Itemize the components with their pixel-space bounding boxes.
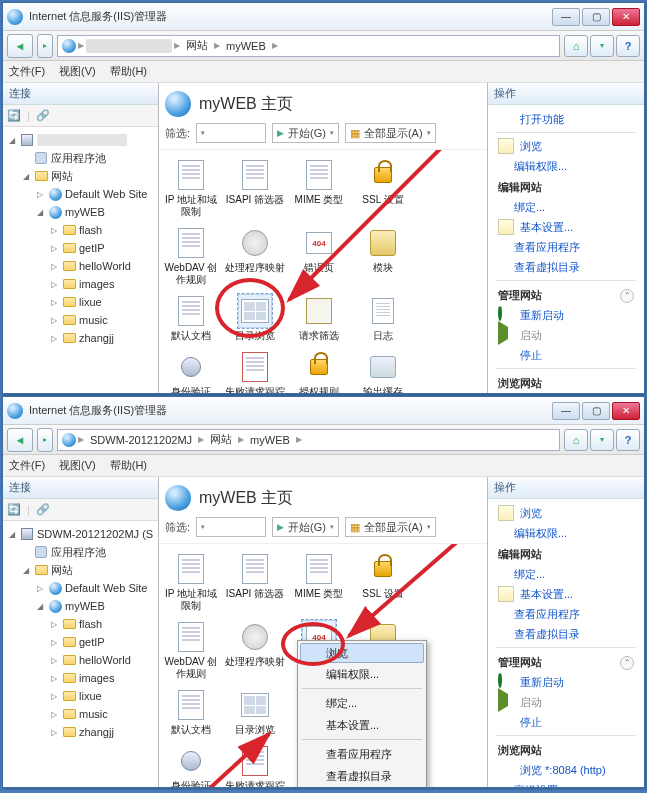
feature-failed-req[interactable]: 失败请求跟踪规则 [225,744,285,787]
context-menu[interactable]: 浏览 编辑权限... 绑定... 基本设置... 查看应用程序 查看虚拟目录 管… [297,640,427,787]
tree-default-site[interactable]: Default Web Site [65,188,147,200]
maximize-button[interactable]: ▢ [582,402,610,420]
maximize-button[interactable]: ▢ [582,8,610,26]
start-combo[interactable]: ▶开始(G)▾ [272,123,339,143]
tree-folder[interactable]: lixue [79,296,102,308]
feature-auth[interactable]: 身份验证 [161,350,221,393]
tree-folder[interactable]: images [79,672,114,684]
menu-view[interactable]: 视图(V) [59,64,96,79]
action-bind[interactable]: 绑定... [492,564,640,584]
action-view-apps[interactable]: 查看应用程序 [492,237,640,257]
action-basic-set[interactable]: 基本设置... [492,217,640,237]
crumb-sites[interactable]: 网站 [182,38,212,53]
ctx-bind[interactable]: 绑定... [300,692,424,714]
crumb-site[interactable]: myWEB [222,40,270,52]
action-adv-set[interactable]: 高级设置... [492,780,640,787]
action-open-feature[interactable]: 打开功能 [492,109,640,129]
tree-root[interactable] [37,134,127,146]
tree-folder[interactable]: getIP [79,636,105,648]
showall-combo[interactable]: ▦全部显示(A)▾ [345,517,436,537]
tree-folder[interactable]: zhangjj [79,332,114,344]
titlebar[interactable]: Internet 信息服务(IIS)管理器 — ▢ ✕ [3,3,644,31]
feature-auth[interactable]: 身份验证 [161,744,221,787]
feature-ssl[interactable]: SSL 设置 [353,158,413,218]
feature-isapi[interactable]: ISAPI 筛选器 [225,158,285,218]
feature-handlers[interactable]: 处理程序映射 [225,226,285,286]
feature-ip-restrict[interactable]: IP 地址和域限制 [161,158,221,218]
close-button[interactable]: ✕ [612,402,640,420]
tree-folder[interactable]: images [79,278,114,290]
breadcrumb[interactable]: ▶ SDWM-20121202MJ ▶ 网站 ▶ myWEB ▶ [57,429,560,451]
tree-sites[interactable]: 网站 [51,169,73,184]
feature-ssl[interactable]: SSL 设置 [353,552,413,612]
tree-app-pool[interactable]: 应用程序池 [51,545,106,560]
ctx-edit-perm[interactable]: 编辑权限... [300,663,424,685]
action-edit-perm[interactable]: 编辑权限... [492,523,640,543]
menu-view[interactable]: 视图(V) [59,458,96,473]
action-view-vdir[interactable]: 查看虚拟目录 [492,257,640,277]
close-button[interactable]: ✕ [612,8,640,26]
tree-folder[interactable]: zhangjj [79,726,114,738]
crumb-server[interactable] [86,39,172,53]
refresh-icon[interactable]: 🔄 [7,109,21,122]
titlebar[interactable]: Internet 信息服务(IIS)管理器 — ▢ ✕ [3,397,644,425]
action-basic-set[interactable]: 基本设置... [492,584,640,604]
tree-app-pool[interactable]: 应用程序池 [51,151,106,166]
action-view-vdir[interactable]: 查看虚拟目录 [492,624,640,644]
tree-folder[interactable]: getIP [79,242,105,254]
home-button[interactable]: ⌂ [564,35,588,57]
forward-button[interactable]: ▸ [37,34,53,58]
start-combo[interactable]: ▶开始(G)▾ [272,517,339,537]
feature-ip-restrict[interactable]: IP 地址和域限制 [161,552,221,612]
feature-modules[interactable]: 模块 [353,226,413,286]
back-button[interactable]: ◄ [7,34,33,58]
action-start[interactable]: 启动 [492,692,640,712]
feature-failed-req[interactable]: 失败请求跟踪规则 [225,350,285,393]
feature-output-cache[interactable]: 输出缓存 [353,350,413,393]
feature-dir-browse[interactable]: 目录浏览 [225,688,285,736]
feature-default-doc[interactable]: 默认文档 [161,688,221,736]
tree-folder[interactable]: flash [79,224,102,236]
feature-mime[interactable]: MIME 类型 [289,552,349,612]
feature-error[interactable]: 404错误页 [289,226,349,286]
tree-folder[interactable]: flash [79,618,102,630]
feature-webdav[interactable]: WebDAV 创作规则 [161,620,221,680]
menu-file[interactable]: 文件(F) [9,64,45,79]
tree-default-site[interactable]: Default Web Site [65,582,147,594]
minimize-button[interactable]: — [552,8,580,26]
back-button[interactable]: ◄ [7,428,33,452]
action-browse[interactable]: 浏览 [492,136,640,156]
feature-dir-browse[interactable]: 目录浏览 [225,294,285,342]
feature-mime[interactable]: MIME 类型 [289,158,349,218]
minimize-button[interactable]: — [552,402,580,420]
tree-myweb[interactable]: myWEB [65,206,105,218]
home-dd-button[interactable]: ▾ [590,35,614,57]
action-restart[interactable]: 重新启动 [492,305,640,325]
menu-file[interactable]: 文件(F) [9,458,45,473]
tree-folder[interactable]: music [79,314,108,326]
connections-tree[interactable]: ◢SDWM-20121202MJ (S 应用程序池 ◢网站 ▷Default W… [7,525,154,741]
help-icon[interactable]: ? [616,429,640,451]
menu-help[interactable]: 帮助(H) [110,64,147,79]
breadcrumb[interactable]: ▶ ▶ 网站 ▶ myWEB ▶ [57,35,560,57]
feature-handlers[interactable]: 处理程序映射 [225,620,285,680]
ctx-view-apps[interactable]: 查看应用程序 [300,743,424,765]
tree-folder[interactable]: helloWorld [79,260,131,272]
home-button[interactable]: ⌂ [564,429,588,451]
ctx-browse[interactable]: 浏览 [300,643,424,663]
tree-folder[interactable]: music [79,708,108,720]
collapse-icon[interactable]: ⌃ [620,656,634,670]
feature-log[interactable]: 日志 [353,294,413,342]
crumb-site[interactable]: myWEB [246,434,294,446]
tree-myweb[interactable]: myWEB [65,600,105,612]
action-stop[interactable]: 停止 [492,345,640,365]
tree-sites[interactable]: 网站 [51,563,73,578]
connections-tree[interactable]: ◢ 应用程序池 ◢网站 ▷Default Web Site ◢myWEB ▷fl… [7,131,154,347]
feature-default-doc[interactable]: 默认文档 [161,294,221,342]
help-icon[interactable]: ? [616,35,640,57]
ctx-basic-set[interactable]: 基本设置... [300,714,424,736]
connect-icon[interactable]: 🔗 [36,109,50,122]
crumb-sites[interactable]: 网站 [206,432,236,447]
tree-folder[interactable]: helloWorld [79,654,131,666]
tree-root[interactable]: SDWM-20121202MJ (S [37,528,153,540]
